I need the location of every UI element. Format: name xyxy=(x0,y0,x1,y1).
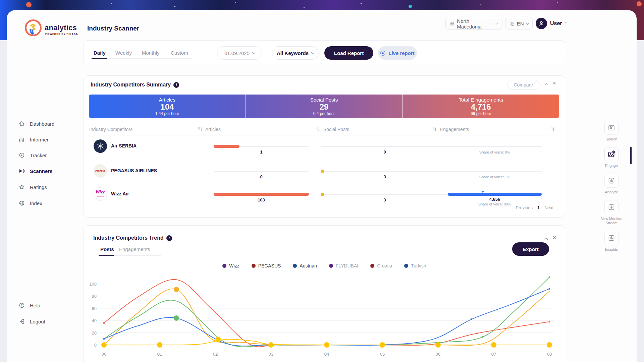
col-social-posts[interactable]: Social Posts xyxy=(323,127,349,132)
sort-amount-icon[interactable] xyxy=(198,127,202,131)
user-avatar[interactable] xyxy=(536,18,547,29)
articles-value: 0 xyxy=(214,174,309,179)
active-section-indicator xyxy=(630,147,632,164)
sort-icon[interactable] xyxy=(316,127,320,131)
broadcast-icon xyxy=(18,168,25,174)
sidebar-item-ratings[interactable]: Ratings xyxy=(18,182,47,192)
tab-custom[interactable]: Custom xyxy=(171,50,188,56)
col-industry-competitors[interactable]: Industry Competitors xyxy=(89,127,132,132)
table-row[interactable]: Wizzwizzair.com Wizz Air 103 3 4,656 Sha… xyxy=(84,187,565,212)
sidebar-item-dashboard[interactable]: Dashboard xyxy=(18,119,54,129)
language-selector[interactable]: EN xyxy=(505,18,533,29)
table-row[interactable]: PEGASUS PEGASUS AIRLINES 0 3 Share of vo… xyxy=(84,164,565,189)
collapse-icon[interactable] xyxy=(545,236,547,242)
collapse-icon[interactable] xyxy=(545,81,547,87)
compare-button[interactable]: Compare xyxy=(507,80,539,90)
star-icon xyxy=(18,184,25,190)
sidebar-label: Informer xyxy=(30,137,49,142)
sidebar-item-index[interactable]: Index xyxy=(18,198,42,208)
trend-tab-underline xyxy=(99,255,161,256)
plus-icon[interactable] xyxy=(604,200,619,214)
tab-weekly[interactable]: Weekly xyxy=(115,50,132,56)
legend-item[interactable]: Wizz xyxy=(222,263,239,268)
svg-text:07: 07 xyxy=(491,352,496,357)
tool-engage[interactable]: Engage xyxy=(604,147,619,168)
legend-label: Wizz xyxy=(229,263,239,268)
tab-daily[interactable]: Daily xyxy=(94,50,106,56)
svg-text:80: 80 xyxy=(92,294,97,299)
previous-button[interactable]: Previous xyxy=(516,205,533,210)
chevron-down-icon xyxy=(495,21,499,25)
svg-text:05: 05 xyxy=(380,352,385,357)
page-number[interactable]: 1 xyxy=(537,205,540,210)
tool-analyze[interactable]: Analyze xyxy=(604,174,619,194)
bar-chart-icon[interactable] xyxy=(604,174,619,188)
social-bar xyxy=(321,193,448,196)
svg-text:00: 00 xyxy=(102,352,106,357)
stat-sub: 1.44 per hour xyxy=(89,111,246,116)
wizz-logo: Wizzwizzair.com xyxy=(94,187,107,201)
decor-star xyxy=(557,2,558,3)
sidebar-item-scanners[interactable]: Scanners xyxy=(18,166,53,176)
svg-text:03: 03 xyxy=(269,352,273,357)
next-button[interactable]: Next xyxy=(544,205,553,210)
globe-icon xyxy=(18,200,25,206)
sort-icon[interactable] xyxy=(551,127,555,131)
tab-monthly[interactable]: Monthly xyxy=(142,50,160,56)
tool-search[interactable]: Search xyxy=(604,121,619,141)
contacts-icon[interactable] xyxy=(604,121,619,135)
translate-icon xyxy=(509,21,515,26)
table-row[interactable]: Air SERBIA 1 0 Share of voice: 0% xyxy=(84,139,565,164)
competitor-name: Wizz Air xyxy=(111,191,129,196)
brand-tagline: POWERED BY PIKASA xyxy=(45,33,78,36)
close-icon[interactable]: × xyxy=(552,235,556,241)
sidebar-label: Dashboard xyxy=(30,121,54,127)
col-engagements[interactable]: Engagements xyxy=(440,127,469,132)
legend-label: Austrian xyxy=(300,263,317,268)
sidebar-item-logout[interactable]: Logout xyxy=(18,316,45,326)
legend-dot xyxy=(404,264,408,268)
load-report-button[interactable]: Load Report xyxy=(324,46,373,60)
sidebar-item-tracker[interactable]: Tracker xyxy=(18,150,47,160)
sidebar-item-informer[interactable]: Informer xyxy=(18,134,49,144)
summary-card: Industry Competitors Summary i Compare ×… xyxy=(84,75,565,218)
tab-engagements[interactable]: Engagements xyxy=(119,246,150,252)
legend-label: FLYDUBAI xyxy=(336,263,358,268)
legend-item[interactable]: Austrian xyxy=(293,263,317,268)
region-selector[interactable]: North Macedonia xyxy=(445,18,502,29)
stat-articles: Articles 104 1.44 per hour xyxy=(89,95,246,118)
tab-posts[interactable]: Posts xyxy=(100,246,114,252)
trend-title: Industry Competitors Trend i xyxy=(93,235,172,241)
engage-icon[interactable] xyxy=(604,147,619,161)
trend-title-text: Industry Competitors Trend xyxy=(93,235,164,241)
tool-new-mention-stream[interactable]: New Mention Stream xyxy=(598,200,625,225)
keywords-selector[interactable]: All Keywords xyxy=(272,46,319,60)
date-selector[interactable]: 01.09.2025 xyxy=(217,46,262,60)
articles-bar xyxy=(214,145,309,148)
live-icon xyxy=(380,51,385,56)
live-report-button[interactable]: Live report xyxy=(378,46,417,60)
legend-dot xyxy=(222,264,226,268)
trend-line-chart[interactable]: 020406080100000102030405060708 xyxy=(84,273,560,359)
legend-item[interactable]: FLYDUBAI xyxy=(329,263,358,268)
info-icon[interactable]: i xyxy=(173,82,179,88)
tool-insights[interactable]: Insights xyxy=(604,231,619,252)
legend-item[interactable]: Turkish xyxy=(404,263,426,268)
bar-chart-icon[interactable] xyxy=(604,231,619,245)
share-of-voice: Share of voice: 1% xyxy=(448,175,542,179)
sidebar-item-help[interactable]: ? Help xyxy=(18,300,40,310)
export-button[interactable]: Export xyxy=(512,242,549,256)
share-of-voice: Share of voice: 0% xyxy=(448,150,542,154)
user-name[interactable]: User xyxy=(550,20,562,26)
sort-icon[interactable] xyxy=(433,127,437,131)
keywords-value: All Keywords xyxy=(277,50,309,56)
legend-item[interactable]: Croatia xyxy=(370,263,392,268)
legend-item[interactable]: PEGASUS xyxy=(252,263,281,268)
pagination: Previous 1 Next xyxy=(516,205,553,210)
chevron-down-icon xyxy=(311,51,315,54)
stat-social-posts: Social Posts 29 0.4 per hour xyxy=(246,95,403,118)
close-icon[interactable]: × xyxy=(552,80,556,86)
col-articles[interactable]: Articles xyxy=(205,127,221,132)
info-icon[interactable]: i xyxy=(166,235,172,241)
svg-text:?: ? xyxy=(21,304,23,307)
